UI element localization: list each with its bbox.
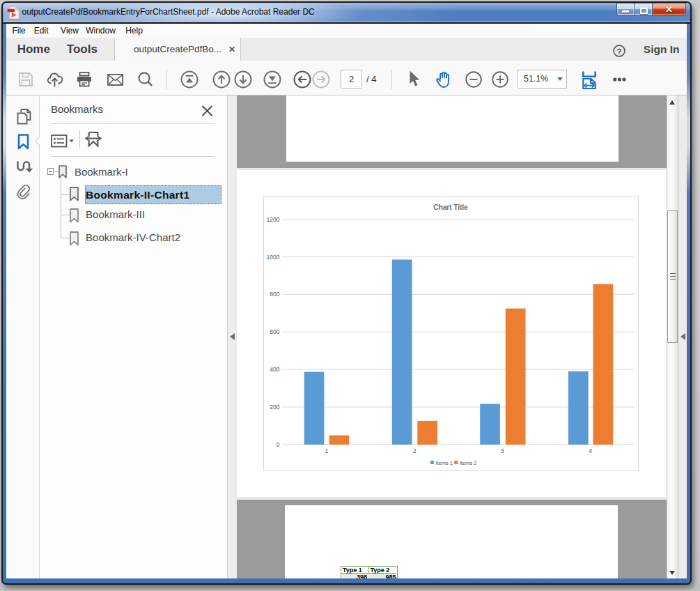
svg-text:1: 1 (325, 447, 329, 454)
svg-text:Items 2: Items 2 (460, 459, 477, 466)
svg-text:1200: 1200 (267, 215, 280, 222)
svg-text:Items 1: Items 1 (436, 459, 453, 466)
svg-text:400: 400 (270, 366, 280, 373)
svg-text:4: 4 (589, 447, 593, 454)
svg-text:Chart Title: Chart Title (433, 203, 468, 211)
svg-text:3: 3 (501, 447, 504, 454)
svg-text:1000: 1000 (267, 253, 280, 260)
svg-text:0: 0 (277, 441, 280, 448)
svg-text:600: 600 (270, 328, 280, 335)
svg-text:2: 2 (413, 447, 417, 454)
svg-text:?: ? (616, 47, 621, 55)
svg-text:800: 800 (270, 291, 280, 298)
svg-text:200: 200 (270, 404, 280, 410)
